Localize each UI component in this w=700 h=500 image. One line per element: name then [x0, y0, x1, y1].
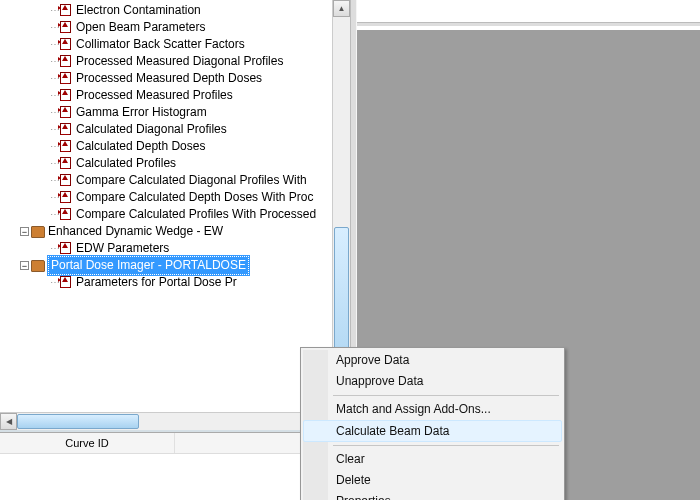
tree-item-label: Processed Measured Profiles	[76, 87, 233, 104]
context-menu-separator	[303, 392, 562, 399]
chart-icon	[58, 242, 73, 255]
tree-item[interactable]: ⋯Calculated Profiles	[0, 155, 350, 172]
context-menu-separator	[303, 442, 562, 449]
vscroll-track[interactable]	[333, 17, 350, 396]
tree-group-label: Enhanced Dynamic Wedge - EW	[48, 223, 223, 240]
chart-icon	[58, 106, 73, 119]
tree-view[interactable]: ⋯Electron Contamination⋯Open Beam Parame…	[0, 0, 350, 293]
tree-item[interactable]: ⋯Calculated Depth Doses	[0, 138, 350, 155]
tree-item-label: Processed Measured Diagonal Profiles	[76, 53, 283, 70]
tree-group[interactable]: −Enhanced Dynamic Wedge - EW	[0, 223, 350, 240]
tree-item[interactable]: ⋯Parameters for Portal Dose Pr	[0, 274, 350, 291]
context-menu-item[interactable]: Clear	[303, 449, 562, 470]
tree-item-label: Electron Contamination	[76, 2, 201, 19]
chart-icon	[58, 21, 73, 34]
scroll-left-button[interactable]: ◀	[0, 413, 17, 430]
chart-icon	[58, 191, 73, 204]
chart-icon	[58, 208, 73, 221]
chart-icon	[58, 174, 73, 187]
tree-item[interactable]: ⋯Compare Calculated Depth Doses With Pro…	[0, 189, 350, 206]
chart-icon	[58, 140, 73, 153]
left-pane: ⋯Electron Contamination⋯Open Beam Parame…	[0, 0, 350, 500]
tree-item-label: Calculated Diagonal Profiles	[76, 121, 227, 138]
horizontal-scrollbar[interactable]: ◀ ▶	[0, 412, 333, 430]
tree-item[interactable]: ⋯Compare Calculated Diagonal Profiles Wi…	[0, 172, 350, 189]
bottom-panel-header[interactable]: Curve ID	[0, 433, 350, 454]
hscroll-thumb[interactable]	[17, 414, 139, 429]
context-menu-item[interactable]: Approve Data	[303, 350, 562, 371]
bottom-panel: Curve ID	[0, 432, 350, 500]
context-menu-item[interactable]: Delete	[303, 470, 562, 491]
tree-group-selected[interactable]: −Portal Dose Imager - PORTALDOSE	[0, 257, 350, 274]
tree-item-label: EDW Parameters	[76, 240, 169, 257]
tree-item[interactable]: ⋯Processed Measured Profiles	[0, 87, 350, 104]
tree-item-label: Calculated Depth Doses	[76, 138, 205, 155]
chart-icon	[58, 276, 73, 289]
tree-item-label: Calculated Profiles	[76, 155, 176, 172]
tree-item-label: Parameters for Portal Dose Pr	[76, 274, 237, 291]
tree-group-label: Portal Dose Imager - PORTALDOSE	[48, 256, 249, 275]
context-menu-item[interactable]: Calculate Beam Data	[303, 420, 562, 442]
collapse-icon[interactable]: −	[20, 227, 29, 236]
tree-item[interactable]: ⋯Electron Contamination	[0, 2, 350, 19]
tree-item-label: Compare Calculated Diagonal Profiles Wit…	[76, 172, 307, 189]
chart-icon	[58, 72, 73, 85]
tree-item[interactable]: ⋯Compare Calculated Profiles With Proces…	[0, 206, 350, 223]
chart-icon	[58, 89, 73, 102]
hscroll-track[interactable]	[17, 413, 316, 430]
tree-item-label: Gamma Error Histogram	[76, 104, 207, 121]
tree-item[interactable]: ⋯Gamma Error Histogram	[0, 104, 350, 121]
folder-icon	[31, 226, 45, 238]
chart-icon	[58, 55, 73, 68]
tree-item-label: Compare Calculated Profiles With Process…	[76, 206, 316, 223]
context-menu-item[interactable]: Unapprove Data	[303, 371, 562, 392]
column-curve-id[interactable]: Curve ID	[0, 433, 175, 453]
chart-icon	[58, 123, 73, 136]
context-menu-item[interactable]: Match and Assign Add-Ons...	[303, 399, 562, 420]
tree-item[interactable]: ⋯Processed Measured Diagonal Profiles	[0, 53, 350, 70]
tree-item-label: Open Beam Parameters	[76, 19, 205, 36]
tree-item-label: Collimator Back Scatter Factors	[76, 36, 245, 53]
tree-item[interactable]: ⋯Processed Measured Depth Doses	[0, 70, 350, 87]
tree-item-label: Compare Calculated Depth Doses With Proc	[76, 189, 313, 206]
context-menu-item[interactable]: Properties	[303, 491, 562, 500]
right-pane-top-border	[357, 0, 700, 30]
tree-item[interactable]: ⋯Open Beam Parameters	[0, 19, 350, 36]
tree-item[interactable]: ⋯EDW Parameters	[0, 240, 350, 257]
chart-icon	[58, 4, 73, 17]
collapse-icon[interactable]: −	[20, 261, 29, 270]
scroll-up-button[interactable]: ▲	[333, 0, 350, 17]
tree-item-label: Processed Measured Depth Doses	[76, 70, 262, 87]
tree-item[interactable]: ⋯Collimator Back Scatter Factors	[0, 36, 350, 53]
tree-container: ⋯Electron Contamination⋯Open Beam Parame…	[0, 0, 350, 432]
chart-icon	[58, 38, 73, 51]
chart-icon	[58, 157, 73, 170]
context-menu: Approve DataUnapprove DataMatch and Assi…	[300, 347, 565, 500]
tree-item[interactable]: ⋯Calculated Diagonal Profiles	[0, 121, 350, 138]
folder-icon	[31, 260, 45, 272]
